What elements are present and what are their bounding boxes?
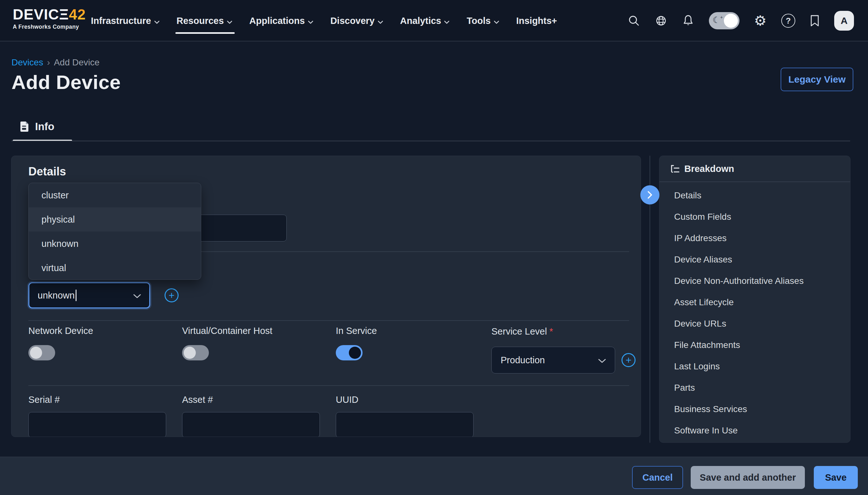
nav-menu-item[interactable]: Infrastructure bbox=[91, 0, 159, 41]
breakdown-item-label: Details bbox=[674, 190, 701, 201]
toggle-switch[interactable] bbox=[336, 345, 363, 360]
type-dropdown-list: cluster physical unknown virtual bbox=[29, 183, 201, 280]
question-mark-icon: ? bbox=[786, 16, 791, 26]
nav-menu-label: Resources bbox=[177, 16, 224, 26]
search-button[interactable] bbox=[628, 15, 640, 27]
required-asterisk: * bbox=[550, 326, 553, 337]
breakdown-item-label: Device URLs bbox=[674, 319, 726, 329]
chevron-down-icon bbox=[444, 16, 449, 26]
breakdown-list-item[interactable]: Business Services bbox=[659, 398, 850, 420]
nav-menu-label: Discovery bbox=[330, 16, 375, 26]
bookmarks-button[interactable] bbox=[810, 15, 819, 27]
nav-menu-item[interactable]: Tools bbox=[467, 0, 499, 41]
identifier-field-input[interactable] bbox=[182, 412, 320, 437]
nav-menu-item[interactable]: Applications bbox=[249, 0, 313, 41]
breadcrumb-separator: › bbox=[47, 57, 50, 68]
service-level-select[interactable]: Production bbox=[491, 347, 615, 374]
breakdown-list-item[interactable]: IP Addresses bbox=[659, 227, 850, 249]
type-dropdown-option-label: unknown bbox=[41, 239, 79, 249]
breadcrumb: Devices › Add Device bbox=[12, 57, 100, 68]
tabs-baseline bbox=[12, 141, 850, 141]
chevron-down-icon bbox=[227, 16, 232, 26]
nav-menu-item[interactable]: Resources bbox=[177, 0, 232, 41]
chevron-down-icon[interactable] bbox=[133, 290, 141, 301]
page-title: Add Device bbox=[12, 71, 121, 93]
moon-icon: ☾ bbox=[713, 15, 721, 25]
tab-info[interactable]: Info bbox=[20, 121, 54, 133]
nav-menu-item[interactable]: Analytics bbox=[400, 0, 450, 41]
identifier-fields-row: Serial # Asset # UUID bbox=[29, 394, 489, 437]
nav-menu-item[interactable]: Insights+ bbox=[516, 0, 557, 41]
breakdown-item-label: Last Logins bbox=[674, 361, 720, 372]
toggle-switch[interactable] bbox=[29, 345, 55, 360]
details-panel: Details cluster physical unknown bbox=[11, 156, 641, 437]
chevron-right-icon bbox=[647, 191, 653, 199]
language-button[interactable] bbox=[655, 14, 667, 27]
details-section-title: Details bbox=[29, 165, 66, 178]
breakdown-list-item[interactable]: Software In Use bbox=[659, 420, 850, 441]
avatar[interactable]: A bbox=[834, 11, 854, 31]
brand-number: 42 bbox=[69, 6, 86, 23]
service-level-label: Service Level* bbox=[491, 326, 553, 337]
cancel-button[interactable]: Cancel bbox=[632, 466, 683, 489]
type-combobox[interactable]: unknown bbox=[29, 282, 150, 308]
chevron-down-icon bbox=[494, 16, 499, 26]
breakdown-item-label: Custom Fields bbox=[674, 212, 731, 222]
legacy-view-button[interactable]: Legacy View bbox=[781, 68, 853, 91]
toggles-row: Network Device Virtual/Container Host In… bbox=[29, 326, 489, 360]
toggle-switch[interactable] bbox=[182, 345, 209, 360]
breakdown-list-item[interactable]: Parts bbox=[659, 377, 850, 398]
brand-tagline: A Freshworks Company bbox=[13, 23, 86, 30]
service-level-label-text: Service Level bbox=[491, 326, 547, 337]
type-combobox-value: unknown bbox=[38, 290, 75, 301]
identifier-field-input[interactable] bbox=[336, 412, 473, 437]
app-screen: DEVICΞ42 A Freshworks Company Infrastruc… bbox=[0, 0, 868, 495]
breakdown-list-item[interactable]: Asset Lifecycle bbox=[659, 291, 850, 313]
chevron-down-icon bbox=[154, 16, 159, 26]
main-nav: Infrastructure Resources Applications bbox=[91, 0, 557, 41]
breakdown-list-item[interactable]: Device URLs bbox=[659, 313, 850, 334]
notifications-button[interactable] bbox=[682, 14, 694, 27]
nav-menu-label: Insights+ bbox=[516, 16, 557, 26]
breakdown-list-item[interactable]: File Attachments bbox=[659, 334, 850, 356]
add-type-button[interactable]: + bbox=[164, 288, 178, 302]
sidebar-collapse-button[interactable] bbox=[640, 185, 659, 204]
top-navbar: DEVICΞ42 A Freshworks Company Infrastruc… bbox=[0, 0, 868, 41]
type-dropdown-option[interactable]: virtual bbox=[29, 256, 201, 280]
identifier-field-input[interactable] bbox=[29, 412, 166, 437]
brand-main: DEVICΞ bbox=[13, 6, 69, 23]
identifier-field-label: Asset # bbox=[182, 394, 336, 405]
breakdown-header: Breakdown bbox=[670, 164, 734, 174]
breakdown-list-item[interactable]: Last Logins bbox=[659, 356, 850, 377]
device42-logo[interactable]: DEVICΞ42 A Freshworks Company bbox=[13, 6, 86, 30]
breakdown-list-item[interactable]: Details bbox=[659, 185, 850, 206]
save-button[interactable]: Save bbox=[814, 466, 858, 489]
breakdown-item-label: IP Addresses bbox=[674, 233, 726, 243]
type-dropdown-option[interactable]: unknown bbox=[29, 232, 201, 256]
breakdown-item-label: Software In Use bbox=[674, 425, 737, 436]
breakdown-list-item[interactable]: Device Non-Authoritative Aliases bbox=[659, 270, 850, 291]
help-button[interactable]: ? bbox=[781, 14, 795, 28]
nav-menu-item[interactable]: Discovery bbox=[330, 0, 383, 41]
breakdown-sidebar: Breakdown Details Custom Fields IP Addre… bbox=[659, 156, 850, 443]
globe-icon bbox=[655, 14, 667, 27]
breakdown-list-item[interactable]: Custom Fields bbox=[659, 206, 850, 227]
save-and-add-another-button[interactable]: Save and add another bbox=[691, 466, 805, 489]
toggle-label: Virtual/Container Host bbox=[182, 326, 336, 336]
breakdown-list-item[interactable]: Device Aliases bbox=[659, 249, 850, 270]
type-dropdown-option[interactable]: cluster bbox=[29, 183, 201, 207]
type-dropdown-option-label: cluster bbox=[41, 190, 69, 201]
avatar-letter: A bbox=[840, 15, 848, 26]
type-dropdown-option[interactable]: physical bbox=[29, 207, 201, 232]
toggle-knob bbox=[184, 347, 196, 359]
theme-toggle[interactable]: ☾ + bbox=[709, 12, 740, 29]
settings-button[interactable]: ⚙ bbox=[754, 14, 767, 28]
breadcrumb-devices-link[interactable]: Devices bbox=[12, 57, 44, 68]
bookmark-icon bbox=[810, 15, 819, 27]
add-service-level-button[interactable]: + bbox=[622, 353, 636, 367]
type-dropdown-option-label: virtual bbox=[41, 263, 66, 273]
breakdown-item-label: Business Services bbox=[674, 404, 747, 414]
section-divider bbox=[29, 385, 629, 386]
breakdown-divider bbox=[659, 182, 850, 182]
breakdown-title: Breakdown bbox=[684, 164, 734, 174]
